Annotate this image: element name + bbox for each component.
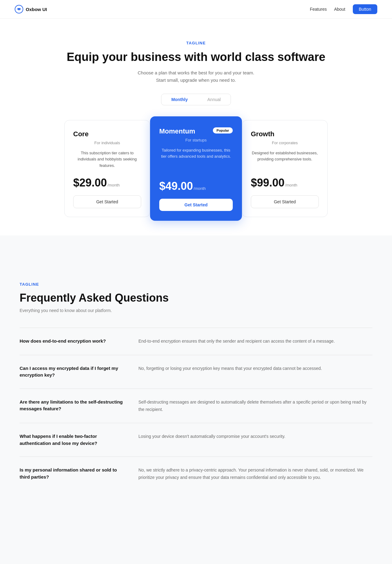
svg-point-1 (18, 8, 20, 10)
pricing-card-core: Core For individuals This subscription t… (64, 120, 150, 217)
faq-item-2: Are there any limitations to the self-de… (20, 389, 372, 423)
plan-name-momentum: Momentum (159, 127, 195, 135)
navbar: Oxbow UI Features About Button (0, 0, 392, 19)
faq-answer-3: Losing your device doesn't automatically… (138, 433, 372, 447)
plan-desc-core: This subscription tier caters to individ… (73, 150, 141, 169)
popular-badge: Popular (213, 127, 233, 133)
card-header-core: Core (73, 130, 141, 138)
plan-name-growth: Growth (251, 130, 274, 138)
card-header-growth: Growth (251, 130, 319, 138)
faq-question-3: What happens if I enable two-factor auth… (20, 433, 124, 447)
pricing-card-growth: Growth For corporates Designed for estab… (242, 120, 328, 217)
get-started-momentum[interactable]: Get Started (159, 199, 233, 211)
plan-desc-momentum: Tailored for expanding businesses, this … (159, 147, 233, 172)
pricing-cards: Core For individuals This subscription t… (58, 120, 334, 217)
nav-links: Features About Button (310, 4, 377, 14)
pricing-title: Equip your business with world class sof… (15, 50, 377, 64)
billing-toggle: Monthly Annual (161, 94, 231, 105)
toggle-annual[interactable]: Annual (198, 94, 231, 105)
pricing-section: TAGLINE Equip your business with world c… (0, 19, 392, 235)
pricing-tagline: TAGLINE (15, 41, 377, 45)
nav-link-features[interactable]: Features (310, 7, 327, 12)
faq-answer-2: Self-destructing messages are designed t… (138, 399, 372, 413)
faq-question-2: Are there any limitations to the self-de… (20, 399, 124, 413)
pricing-card-momentum: Momentum Popular For startups Tailored f… (150, 116, 242, 221)
faq-item-1: Can I access my encrypted data if I forg… (20, 355, 372, 389)
nav-cta-button[interactable]: Button (353, 4, 377, 14)
plan-price-growth: $99.00 /month (251, 176, 319, 189)
price-period-core: /month (107, 183, 120, 187)
faq-answer-0: End-to-end encryption ensures that only … (138, 338, 372, 345)
plan-price-momentum: $49.00 /month (159, 180, 233, 193)
plan-desc-growth: Designed for established businesses, pro… (251, 150, 319, 169)
get-started-growth[interactable]: Get Started (251, 195, 319, 208)
faq-subtitle: Everything you need to know about our pl… (20, 308, 372, 313)
faq-question-1: Can I access my encrypted data if I forg… (20, 365, 124, 379)
section-spacer (0, 235, 392, 260)
plan-name-core: Core (73, 130, 89, 138)
get-started-core[interactable]: Get Started (73, 195, 141, 208)
logo-icon (15, 5, 23, 13)
faq-item-3: What happens if I enable two-factor auth… (20, 423, 372, 457)
price-amount-growth: $99.00 (251, 176, 285, 189)
price-amount-core: $29.00 (73, 176, 107, 189)
plan-sub-growth: For corporates (251, 141, 319, 145)
faq-answer-1: No, forgetting or losing your encryption… (138, 365, 372, 379)
faq-question-4: Is my personal information shared or sol… (20, 467, 124, 481)
price-period-growth: /month (285, 183, 297, 187)
faq-title: Frequently Asked Questions (20, 291, 372, 304)
faq-list: How does end-to-end encryption work? End… (20, 328, 372, 491)
price-amount-momentum: $49.00 (159, 180, 193, 193)
price-period-momentum: /month (194, 186, 206, 191)
plan-price-core: $29.00 /month (73, 176, 141, 189)
logo: Oxbow UI (15, 5, 47, 13)
faq-answer-4: No, we strictly adhere to a privacy-cent… (138, 467, 372, 481)
toggle-monthly[interactable]: Monthly (161, 94, 198, 105)
faq-section: TAGLINE Frequently Asked Questions Every… (0, 260, 392, 516)
faq-item-4: Is my personal information shared or sol… (20, 457, 372, 491)
faq-item-0: How does end-to-end encryption work? End… (20, 328, 372, 355)
logo-text: Oxbow UI (26, 7, 47, 12)
card-header-momentum: Momentum Popular (159, 127, 233, 135)
pricing-subtitle: Choose a plan that works the best for yo… (135, 69, 257, 84)
faq-tagline: TAGLINE (20, 282, 372, 287)
faq-question-0: How does end-to-end encryption work? (20, 338, 124, 345)
nav-link-about[interactable]: About (334, 7, 345, 12)
plan-sub-momentum: For startups (159, 138, 233, 142)
plan-sub-core: For individuals (73, 141, 141, 145)
